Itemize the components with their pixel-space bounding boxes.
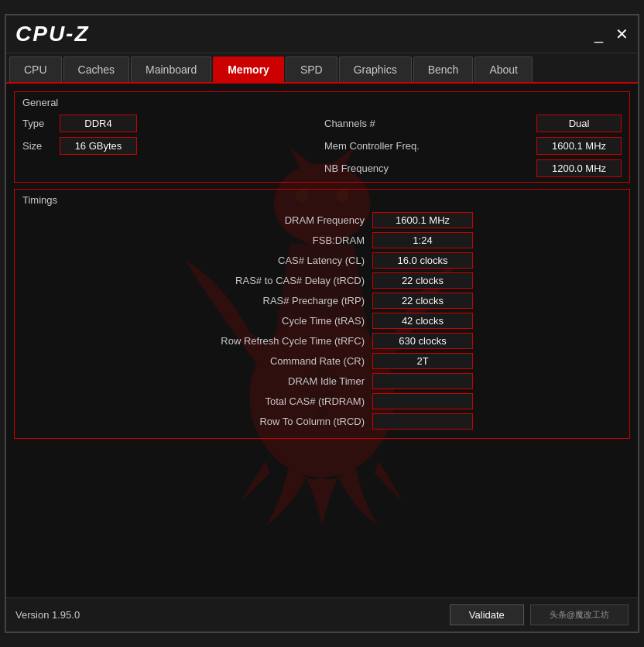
timing-value	[372, 373, 473, 389]
timing-value: 2T	[372, 353, 473, 369]
validate-button[interactable]: Validate	[450, 604, 524, 625]
timing-row: FSB:DRAM1:24	[22, 232, 622, 248]
tab-bar: CPU Caches Mainboard Memory SPD Graphics…	[6, 53, 638, 84]
timing-row: DRAM Frequency1600.1 MHz	[22, 212, 622, 228]
timing-name: DRAM Frequency	[171, 214, 372, 226]
general-right: Channels # Dual Mem Controller Freq. 160…	[324, 115, 622, 177]
nb-freq-label: NB Frequency	[324, 163, 389, 174]
timing-name: FSB:DRAM	[171, 234, 372, 246]
timing-value	[372, 393, 473, 409]
timing-name: RAS# to CAS# Delay (tRCD)	[171, 275, 372, 286]
tab-cpu[interactable]: CPU	[9, 56, 62, 82]
tab-memory[interactable]: Memory	[213, 56, 284, 82]
timings-rows: DRAM Frequency1600.1 MHzFSB:DRAM1:24CAS#…	[22, 212, 622, 430]
minimize-button[interactable]: _	[594, 26, 603, 42]
timing-name: Command Rate (CR)	[171, 355, 372, 367]
general-left: Type DDR4 Size 16 GBytes	[22, 115, 320, 177]
general-label: General	[22, 97, 622, 108]
size-label: Size	[22, 140, 53, 152]
timing-name: DRAM Idle Timer	[171, 375, 372, 387]
timing-row: DRAM Idle Timer	[22, 373, 622, 389]
size-row: Size 16 GBytes	[22, 137, 320, 155]
timing-name: Row Refresh Cycle Time (tRFC)	[171, 335, 372, 347]
type-value: DDR4	[60, 115, 137, 132]
window-controls: _ ✕	[594, 26, 629, 42]
timing-value: 22 clocks	[372, 272, 473, 289]
title-bar: CPU-Z _ ✕	[6, 15, 638, 53]
main-window: CPU-Z _ ✕ CPU Caches Mainboard Memory SP…	[5, 14, 639, 633]
general-grid: Type DDR4 Size 16 GBytes Channels # Dual	[22, 115, 622, 177]
version-text: Version 1.95.0	[15, 609, 80, 621]
mem-ctrl-value: 1600.1 MHz	[536, 137, 622, 155]
footer: Version 1.95.0 Validate 头条@魔改工坊	[6, 597, 638, 632]
tab-about[interactable]: About	[474, 56, 533, 82]
type-row: Type DDR4	[22, 115, 320, 132]
mem-ctrl-row: Mem Controller Freq. 1600.1 MHz	[324, 137, 622, 155]
watermark: 头条@魔改工坊	[530, 604, 629, 625]
tab-spd[interactable]: SPD	[286, 56, 337, 82]
mem-ctrl-label: Mem Controller Freq.	[324, 140, 420, 152]
close-button[interactable]: ✕	[615, 26, 629, 42]
timing-value: 1600.1 MHz	[372, 212, 473, 228]
nb-freq-row: NB Frequency 1200.0 MHz	[324, 159, 622, 177]
timing-name: CAS# Latency (CL)	[171, 255, 372, 266]
tab-graphics[interactable]: Graphics	[339, 56, 412, 82]
timing-value	[372, 413, 473, 430]
timing-row: Row Refresh Cycle Time (tRFC)630 clocks	[22, 333, 622, 349]
timing-value: 22 clocks	[372, 293, 473, 309]
timing-name: Cycle Time (tRAS)	[171, 315, 372, 327]
channels-label: Channels #	[324, 118, 375, 129]
content-inner: General Type DDR4 Size 16 GBytes	[14, 91, 630, 439]
tab-mainboard[interactable]: Mainboard	[131, 56, 211, 82]
timing-name: Total CAS# (tRDRAM)	[171, 395, 372, 407]
nb-freq-value: 1200.0 MHz	[536, 159, 622, 177]
timing-row: Total CAS# (tRDRAM)	[22, 393, 622, 409]
timing-row: RAS# to CAS# Delay (tRCD)22 clocks	[22, 272, 622, 289]
timings-label: Timings	[22, 194, 622, 206]
timing-value: 1:24	[372, 232, 473, 248]
timing-row: Command Rate (CR)2T	[22, 353, 622, 369]
timing-row: Row To Column (tRCD)	[22, 413, 622, 430]
timing-row: CAS# Latency (CL)16.0 clocks	[22, 252, 622, 269]
footer-buttons: Validate 头条@魔改工坊	[450, 604, 629, 625]
size-value: 16 GBytes	[60, 137, 137, 155]
app-title: CPU-Z	[15, 22, 90, 46]
timing-name: RAS# Precharge (tRP)	[171, 295, 372, 306]
tab-bench[interactable]: Bench	[413, 56, 474, 82]
content-area: General Type DDR4 Size 16 GBytes	[6, 84, 638, 597]
type-label: Type	[22, 118, 53, 129]
timing-row: Cycle Time (tRAS)42 clocks	[22, 313, 622, 329]
channels-row: Channels # Dual	[324, 115, 622, 132]
tab-caches[interactable]: Caches	[63, 56, 129, 82]
timing-row: RAS# Precharge (tRP)22 clocks	[22, 293, 622, 309]
timings-section: Timings DRAM Frequency1600.1 MHzFSB:DRAM…	[14, 189, 630, 439]
timing-name: Row To Column (tRCD)	[171, 416, 372, 427]
general-section: General Type DDR4 Size 16 GBytes	[14, 91, 630, 183]
timing-value: 16.0 clocks	[372, 252, 473, 269]
channels-value: Dual	[536, 115, 622, 132]
timing-value: 42 clocks	[372, 313, 473, 329]
timing-value: 630 clocks	[372, 333, 473, 349]
